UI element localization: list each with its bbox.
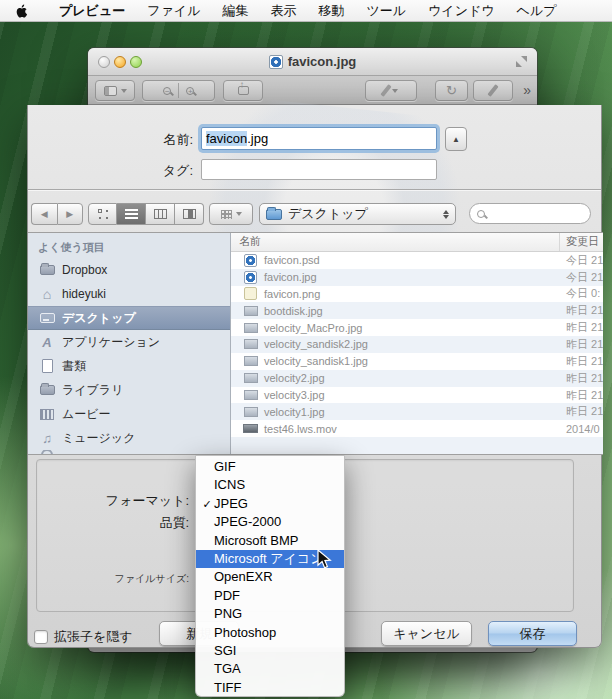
quality-label: 品質:: [28, 514, 189, 532]
file-row[interactable]: favicon.psd 今日 21: [231, 252, 603, 269]
popup-arrows-icon: [443, 207, 449, 222]
back-button[interactable]: ◀: [31, 203, 57, 225]
file-list-header[interactable]: 名前 変更日: [231, 233, 603, 252]
arrange-button[interactable]: [209, 203, 253, 225]
file-row[interactable]: bootdisk.jpg 昨日 21: [231, 302, 603, 319]
menu-item-png[interactable]: PNG: [196, 605, 344, 623]
pencil-icon: [487, 84, 498, 97]
menu-item-icns[interactable]: ICNS: [196, 476, 344, 494]
tags-input[interactable]: [201, 159, 437, 180]
menu-item-window[interactable]: ウインドウ: [417, 0, 506, 22]
cancel-button[interactable]: キャンセル: [381, 621, 472, 646]
more-toolbar-items-chevron[interactable]: »: [523, 82, 531, 98]
hide-extension-checkbox[interactable]: 拡張子を隠す: [34, 628, 133, 646]
file-row[interactable]: velocity_sandisk1.jpg 昨日 21: [231, 353, 603, 370]
menu-item-gif[interactable]: GIF: [196, 458, 344, 476]
filename-input[interactable]: favicon.jpg: [201, 127, 437, 150]
file-row[interactable]: velocity1.jpg 昨日 21: [231, 403, 603, 420]
menu-item-file[interactable]: ファイル: [136, 0, 211, 22]
collapse-dialog-button[interactable]: ▲: [445, 127, 467, 151]
menu-item-edit[interactable]: 編集: [211, 0, 259, 22]
folder-icon: [266, 209, 282, 220]
location-popup-button[interactable]: デスクトップ: [259, 203, 456, 225]
mouse-cursor: [317, 549, 332, 570]
sidebar-item-movies[interactable]: ムービー: [28, 402, 230, 426]
file-row[interactable]: velocity3.jpg 昨日 21: [231, 387, 603, 404]
column-header-name[interactable]: 名前: [231, 234, 261, 249]
menu-item-jpeg2000[interactable]: JPEG-2000: [196, 513, 344, 531]
sidebar-item-partial[interactable]: [28, 450, 230, 454]
menu-item-tga[interactable]: TGA: [196, 660, 344, 678]
tags-label: タグ:: [58, 162, 193, 180]
menu-item-help[interactable]: ヘルプ: [506, 0, 568, 22]
sidebar-item-home[interactable]: ⌂ hideyuki: [28, 282, 230, 306]
file-row[interactable]: test46.lws.mov 2014/0: [231, 420, 603, 437]
coverflow-view-button[interactable]: [175, 203, 204, 225]
menu-item-openexr[interactable]: OpenEXR: [196, 568, 344, 586]
navigation-buttons[interactable]: ◀ ▶: [31, 203, 83, 225]
search-icon: [477, 210, 485, 218]
desktop-icon: [38, 310, 56, 326]
forward-button[interactable]: ▶: [57, 203, 84, 225]
location-label: デスクトップ: [288, 205, 368, 223]
zoom-in-icon: +: [186, 87, 194, 95]
sidebar-item-music[interactable]: ♫ ミュージック: [28, 426, 230, 450]
sidebar-view-button[interactable]: [95, 80, 135, 101]
markup-button[interactable]: [365, 80, 417, 101]
column-header-date[interactable]: 変更日: [566, 234, 599, 249]
png-file-icon: [243, 287, 258, 300]
save-button[interactable]: 保存: [488, 621, 577, 646]
file-row[interactable]: favicon.png 今日 0:: [231, 286, 603, 303]
menu-item-tiff[interactable]: TIFF: [196, 679, 344, 697]
search-input[interactable]: [469, 203, 591, 224]
apple-menu-icon[interactable]: [14, 3, 30, 19]
sidebar-item-library[interactable]: ライブラリ: [28, 378, 230, 402]
menu-item-app[interactable]: プレビュー: [48, 0, 136, 22]
sidebar-item-applications[interactable]: A アプリケーション: [28, 330, 230, 354]
check-icon: ✓: [200, 495, 214, 513]
document-proxy-icon: [269, 55, 283, 69]
chevron-down-icon: [236, 212, 242, 219]
back-icon: ◀: [41, 209, 48, 219]
fullscreen-icon[interactable]: [516, 56, 527, 67]
sidebar-item-dropbox[interactable]: Dropbox: [28, 258, 230, 282]
file-row[interactable]: favicon.jpg 今日 21: [231, 269, 603, 286]
file-browser: よく使う項目 Dropbox ⌂ hideyuki デスクトップ A アプリケー…: [28, 232, 603, 455]
file-row[interactable]: velocity2.jpg 昨日 21: [231, 370, 603, 387]
menu-item-jpeg[interactable]: ✓ JPEG: [196, 495, 344, 513]
applications-icon: A: [38, 334, 56, 350]
sidebar-item-desktop[interactable]: デスクトップ: [28, 306, 230, 330]
checkbox-box[interactable]: [34, 630, 48, 644]
file-row[interactable]: velocity_MacPro.jpg 昨日 21: [231, 319, 603, 336]
title-bar[interactable]: favicon.jpg: [88, 48, 537, 76]
file-row[interactable]: velocity_sandisk2.jpg 昨日 21: [231, 336, 603, 353]
menu-item-view[interactable]: 表示: [259, 0, 307, 22]
selected-text: favicon: [206, 131, 247, 146]
photo-file-icon: [243, 407, 258, 417]
photo-file-icon: [243, 356, 258, 366]
edit-button[interactable]: [473, 80, 513, 101]
menu-item-tools[interactable]: ツール: [355, 0, 417, 22]
menu-item-go[interactable]: 移動: [307, 0, 355, 22]
menu-item-pdf[interactable]: PDF: [196, 587, 344, 605]
menu-bar: プレビュー ファイル 編集 表示 移動 ツール ウインドウ ヘルプ: [0, 0, 612, 22]
photo-file-icon: [243, 339, 258, 349]
format-label: フォーマット:: [28, 492, 189, 510]
sidebar-header: よく使う項目: [28, 238, 230, 258]
sidebar-item-documents[interactable]: 書類: [28, 354, 230, 378]
forward-icon: ▶: [66, 209, 73, 219]
list-view-button[interactable]: [117, 203, 146, 225]
pictures-icon: [38, 450, 56, 454]
rotate-button[interactable]: ↻: [435, 80, 468, 101]
home-icon: ⌂: [38, 286, 56, 302]
menu-item-photoshop[interactable]: Photoshop: [196, 624, 344, 642]
folder-icon: [38, 262, 56, 278]
menu-item-sgi[interactable]: SGI: [196, 642, 344, 660]
sidebar-panel-icon: [104, 86, 117, 96]
folder-icon: [38, 382, 56, 398]
menu-item-microsoft-bmp[interactable]: Microsoft BMP: [196, 532, 344, 550]
rotate-icon: ↻: [446, 83, 457, 98]
icon-view-button[interactable]: [88, 203, 117, 225]
zoom-buttons-group[interactable]: − +: [142, 80, 215, 101]
column-view-button[interactable]: [146, 203, 175, 225]
